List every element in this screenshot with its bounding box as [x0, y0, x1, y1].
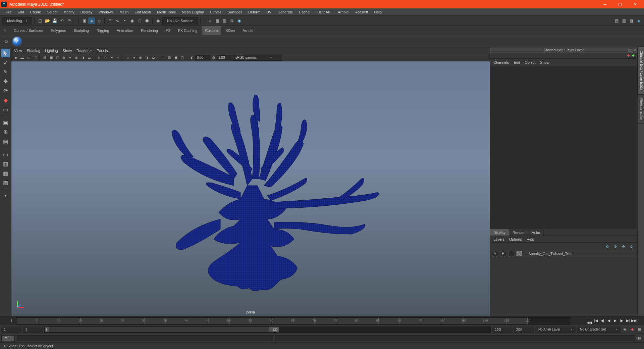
exposure-icon[interactable]: ☼	[125, 55, 131, 61]
select-by-object-icon[interactable]: ◈	[88, 17, 95, 24]
select-tool[interactable]	[1, 49, 10, 57]
use-lights-icon[interactable]: ◑	[80, 55, 86, 61]
viewport-tool-a-icon[interactable]: ↕	[160, 55, 166, 61]
layer-new-selected-icon[interactable]: ⬙	[629, 244, 634, 249]
menu-create[interactable]: Create	[27, 9, 44, 15]
grid-toggle-icon[interactable]: ⊞	[42, 55, 48, 61]
shelf-tab-fx-caching[interactable]: FX Caching	[174, 26, 201, 35]
new-scene-icon[interactable]: ▢	[37, 17, 43, 24]
time-ruler[interactable]: 5101520253035404550556065707580859095100…	[16, 317, 570, 325]
render-settings-icon[interactable]: ⚙	[228, 17, 235, 24]
time-slider[interactable]: 1 51015202530354045505560657075808590951…	[0, 316, 644, 325]
channel-menu-channels[interactable]: Channels	[493, 60, 509, 64]
xray-icon[interactable]: ◌	[102, 55, 108, 61]
script-editor-button[interactable]: ▤	[637, 335, 643, 341]
shelf-tab-arnold[interactable]: Arnold	[239, 26, 258, 35]
menu-windows[interactable]: Windows	[96, 9, 117, 15]
isolate-select-icon[interactable]: ◎	[96, 55, 102, 61]
side-tab-attribute-editor[interactable]: Attribute Editor	[638, 95, 644, 124]
manip-hyper-icon[interactable]: ◆	[632, 53, 635, 58]
single-pane-icon[interactable]: ▣	[1, 118, 10, 127]
shelf-menu-icon[interactable]: ≡	[0, 26, 10, 35]
live-toggle-icon[interactable]: ◉	[155, 17, 161, 24]
save-scene-icon[interactable]: 💾	[51, 17, 58, 24]
menu-curves[interactable]: Curves	[207, 9, 225, 15]
playback-start-field[interactable]: 1	[23, 327, 43, 333]
shelf-tab-polygons[interactable]: Polygons	[47, 26, 70, 35]
menu-cache[interactable]: Cache	[296, 9, 313, 15]
menu-select[interactable]: Select	[44, 9, 61, 15]
layer-vis-toggle[interactable]: V	[492, 251, 498, 256]
go-start-button[interactable]: |◀◀	[587, 318, 593, 324]
side-tab-channelbox[interactable]: Channel Box / Layer Editor	[638, 47, 644, 95]
viewport-persp[interactable]: persp	[11, 61, 490, 316]
menu-mesh[interactable]: Mesh	[116, 9, 131, 15]
menu-deform[interactable]: Deform	[245, 9, 263, 15]
panel-layout-c-icon[interactable]: ▦	[628, 17, 635, 24]
layout-c-icon[interactable]: ▧	[1, 178, 10, 187]
shelf-tab-rigging[interactable]: Rigging	[93, 26, 113, 35]
layer-playback-toggle[interactable]: P	[500, 251, 506, 256]
undo-icon[interactable]: ↶	[59, 17, 65, 24]
menu-mesh-tools[interactable]: Mesh Tools	[154, 9, 178, 15]
scale-tool[interactable]: ◆	[1, 96, 10, 104]
menu-arnold[interactable]: Arnold	[335, 9, 352, 15]
menu-display[interactable]: Display	[77, 9, 96, 15]
character-set-dropdown[interactable]: No Character Set	[577, 327, 621, 333]
ipr-render-icon[interactable]: ▧	[221, 17, 228, 24]
command-mode-toggle[interactable]: MEL	[1, 335, 15, 341]
paint-select-tool[interactable]: ✎	[1, 67, 10, 76]
panel-menu-show[interactable]: Show	[63, 49, 72, 53]
command-input[interactable]	[17, 335, 273, 341]
snap-curve-icon[interactable]: ∿	[114, 17, 121, 24]
camera-bookmark-icon[interactable]: ▬	[19, 55, 25, 61]
disp-b-icon[interactable]: ◐	[138, 55, 144, 61]
layer-tab-render[interactable]: Render	[509, 229, 528, 236]
channel-menu-edit[interactable]: Edit	[514, 60, 520, 64]
shelf-options-icon[interactable]: ⚙	[2, 39, 10, 44]
render-view-icon[interactable]: ◉	[236, 17, 243, 24]
exposure-value[interactable]: 0.00	[195, 55, 210, 60]
step-back-key-button[interactable]: |◀	[593, 318, 599, 324]
anim-layer-dropdown[interactable]: No Anim Layer	[535, 327, 576, 333]
panel-close-icon[interactable]: ✕	[633, 48, 636, 52]
menu-uv[interactable]: UV	[263, 9, 274, 15]
toolbox-expand-icon[interactable]: ▾	[1, 191, 10, 200]
snap-grid-icon[interactable]: ⊞	[107, 17, 113, 24]
menu-redshift[interactable]: Redshift	[352, 9, 371, 15]
shadows-icon[interactable]: ◒	[86, 55, 92, 61]
wireframe-icon[interactable]: ◍	[61, 55, 67, 61]
live-surface-field[interactable]: No Live Surface	[162, 17, 198, 24]
range-slider[interactable]: 1 120	[44, 327, 491, 333]
menu-generate[interactable]: Generate	[274, 9, 296, 15]
layer-display-type[interactable]	[508, 251, 514, 256]
colorspace-dropdown[interactable]: sRGB gamma	[232, 55, 282, 61]
viewport-tool-d-icon[interactable]: ▢	[179, 55, 185, 61]
last-tool[interactable]: ▭	[1, 105, 10, 114]
shelf-check-button[interactable]	[13, 37, 21, 46]
two-up-icon[interactable]: ⬚	[32, 55, 38, 61]
minimize-button[interactable]: ─	[597, 0, 612, 8]
disp-c-icon[interactable]: ◑	[144, 55, 150, 61]
panel-menu-renderer[interactable]: Renderer	[76, 49, 92, 53]
panel-layout-d-icon[interactable]: ◈	[635, 17, 642, 24]
layout-a-icon[interactable]: ▥	[1, 159, 10, 168]
gate-mask-icon[interactable]: ▢	[54, 55, 60, 61]
step-fwd-button[interactable]: |▶	[619, 318, 625, 324]
shelf-tab-curves-surfaces[interactable]: Curves / Surfaces	[10, 26, 47, 35]
autokey-toggle-icon[interactable]: ⬘	[622, 327, 628, 333]
menu--3dtoall-[interactable]: ~3DtoAll~	[313, 9, 335, 15]
step-back-button[interactable]: ◀|	[599, 318, 605, 324]
range-end-handle[interactable]: 120	[269, 327, 279, 332]
shelf-tab-rendering[interactable]: Rendering	[137, 26, 162, 35]
gamma-value[interactable]: 1.00	[217, 55, 231, 60]
layer-color-swatch[interactable]	[516, 251, 522, 256]
panel-popout-icon[interactable]: ▢	[628, 48, 631, 52]
viewport-tool-b-icon[interactable]: ⊡	[166, 55, 172, 61]
set-key-button[interactable]: ◆	[629, 327, 635, 333]
two-pane-h-icon[interactable]: ▤	[1, 137, 10, 146]
layer-menu-layers[interactable]: Layers	[493, 237, 504, 241]
outliner-toggle-icon[interactable]: ▭	[1, 150, 10, 159]
layer-menu-help[interactable]: Help	[527, 237, 534, 241]
disp-a-icon[interactable]: ●	[131, 55, 137, 61]
